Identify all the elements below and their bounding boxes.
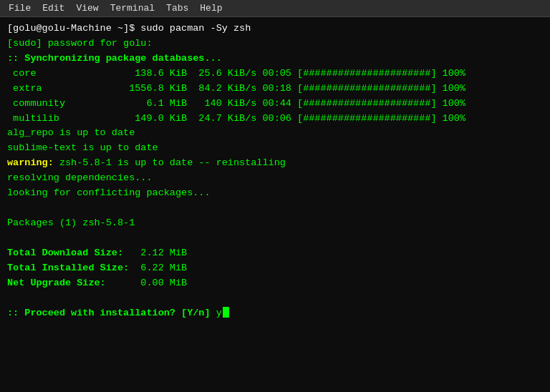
menu-terminal[interactable]: Terminal <box>105 0 160 16</box>
pkg-multilib-line: multilib 149.0 KiB 24.7 KiB/s 00:06 [###… <box>7 112 543 127</box>
menu-view[interactable]: View <box>70 0 104 16</box>
menu-help[interactable]: Help <box>194 0 228 16</box>
pkg-extra-line: extra 1556.8 KiB 84.2 KiB/s 00:18 [#####… <box>7 82 543 97</box>
resolving-line: resolving dependencies... <box>7 171 543 186</box>
packages-label-line: Packages (1) zsh-5.8-1 <box>7 216 543 231</box>
conflicting-line: looking for conflicting packages... <box>7 186 543 201</box>
blank-2 <box>7 231 543 246</box>
terminal-area[interactable]: [golu@golu-Machine ~]$ sudo pacman -Sy z… <box>0 17 550 392</box>
menu-tabs[interactable]: Tabs <box>160 0 194 16</box>
sublime-up-line: sublime-text is up to date <box>7 141 543 156</box>
menubar: File Edit View Terminal Tabs Help <box>0 0 550 17</box>
sudo-prompt-line: [sudo] password for golu: <box>7 36 543 52</box>
warning-line: warning: zsh-5.8-1 is up to date -- rein… <box>7 156 543 171</box>
blank-3 <box>7 291 543 306</box>
alg-up-line: alg_repo is up to date <box>7 126 543 141</box>
inst-size-line: Total Installed Size: 6.22 MiB <box>7 261 543 276</box>
pkg-core-line: core 138.6 KiB 25.6 KiB/s 00:05 [#######… <box>7 67 543 82</box>
sync-header-line: :: Synchronizing package databases... <box>7 52 543 67</box>
pkg-community-line: community 6.1 MiB 140 KiB/s 00:44 [#####… <box>7 97 543 112</box>
prompt-line: [golu@golu-Machine ~]$ sudo pacman -Sy z… <box>7 21 543 36</box>
menu-file[interactable]: File <box>3 0 37 16</box>
menu-edit[interactable]: Edit <box>37 0 70 16</box>
blank-1 <box>7 201 543 216</box>
proceed-line[interactable]: :: Proceed with installation? [Y/n] y <box>7 306 543 321</box>
net-size-line: Net Upgrade Size: 0.00 MiB <box>7 276 543 291</box>
dl-size-line: Total Download Size: 2.12 MiB <box>7 246 543 261</box>
